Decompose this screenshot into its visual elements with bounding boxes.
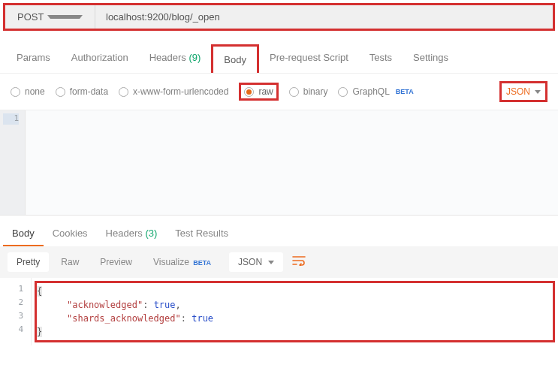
tab-headers[interactable]: Headers (9) [139, 44, 212, 73]
response-code[interactable]: { "acknowledged": true, "shards_acknowle… [32, 278, 558, 345]
json-value: true [192, 313, 213, 324]
line-number: 1 [3, 113, 19, 125]
response-format-select[interactable]: JSON [229, 252, 283, 272]
json-key: "shards_acknowledged" [67, 313, 181, 324]
json-colon: : [181, 313, 186, 324]
response-view-raw[interactable]: Raw [52, 252, 88, 272]
chevron-down-icon [268, 261, 274, 264]
radio-icon [338, 87, 348, 97]
body-type-radios: none form-data x-www-form-urlencoded raw… [0, 74, 558, 110]
body-type-graphql[interactable]: GraphQL BETA [338, 86, 413, 97]
response-tabs: Body Cookies Headers (3) Test Results [0, 216, 558, 246]
chevron-down-icon [535, 90, 541, 94]
request-tabs: Params Authorization Headers (9) Body Pr… [0, 34, 558, 74]
response-format-value: JSON [238, 257, 262, 267]
headers-count-badge: (9) [189, 52, 201, 63]
response-view-pretty[interactable]: Pretty [8, 252, 49, 272]
line-number: 1 [8, 282, 23, 296]
response-json-text: { "acknowledged": true, "shards_acknowle… [35, 281, 555, 342]
radio-label: x-www-form-urlencoded [133, 86, 228, 97]
radio-label: binary [303, 86, 328, 97]
response-body: 1 2 3 4 { "acknowledged": true, "shards_… [0, 278, 558, 345]
json-brace: } [37, 327, 42, 337]
response-view-visualize[interactable]: Visualize BETA [144, 252, 220, 272]
body-format-value: JSON [506, 86, 530, 97]
json-brace: { [37, 286, 42, 297]
tab-body[interactable]: Body [211, 44, 259, 73]
chevron-down-icon [47, 15, 83, 19]
json-comma: , [176, 300, 181, 310]
response-tab-body[interactable]: Body [3, 222, 44, 246]
tab-authorization[interactable]: Authorization [61, 44, 139, 73]
body-format-select[interactable]: JSON [499, 81, 547, 102]
radio-icon [244, 87, 254, 97]
tab-tests[interactable]: Tests [359, 44, 403, 73]
request-bar: POST [3, 3, 555, 31]
response-tab-testresults[interactable]: Test Results [166, 222, 237, 246]
tab-headers-label: Headers [149, 52, 186, 63]
url-input[interactable] [95, 5, 553, 29]
wrap-lines-icon[interactable] [286, 252, 312, 272]
json-key: "acknowledged" [67, 300, 143, 310]
radio-label: raw [258, 86, 273, 97]
beta-badge: BETA [193, 259, 211, 267]
json-value: true [154, 300, 176, 310]
line-number: 4 [8, 323, 23, 336]
response-headers-count-badge: (3) [145, 228, 157, 239]
radio-label: none [25, 86, 45, 97]
response-toolbar: Pretty Raw Preview Visualize BETA JSON [0, 246, 558, 278]
radio-icon [11, 87, 20, 97]
response-tab-cookies[interactable]: Cookies [44, 222, 97, 246]
radio-label: form-data [70, 86, 108, 97]
radio-icon [289, 87, 299, 97]
body-type-formdata[interactable]: form-data [56, 86, 108, 97]
response-view-preview[interactable]: Preview [91, 252, 141, 272]
line-number: 2 [8, 296, 23, 309]
editor-gutter: 1 [0, 110, 26, 215]
visualize-label: Visualize [153, 257, 189, 267]
response-tab-headers-label: Headers [106, 228, 143, 239]
http-method-value: POST [17, 11, 47, 23]
radio-icon [119, 87, 128, 97]
http-method-select[interactable]: POST [5, 5, 95, 29]
radio-label: GraphQL [352, 86, 389, 97]
body-type-none[interactable]: none [11, 86, 45, 97]
body-type-urlencoded[interactable]: x-www-form-urlencoded [119, 86, 228, 97]
request-body-editor[interactable]: 1 [0, 110, 558, 216]
tab-params[interactable]: Params [6, 44, 61, 73]
tab-prerequest[interactable]: Pre-request Script [259, 44, 359, 73]
line-number: 3 [8, 309, 23, 323]
beta-badge: BETA [396, 88, 414, 95]
radio-icon [56, 87, 65, 97]
response-gutter: 1 2 3 4 [0, 278, 32, 345]
response-tab-headers[interactable]: Headers (3) [97, 222, 167, 246]
tab-settings[interactable]: Settings [403, 44, 459, 73]
body-type-raw[interactable]: raw [239, 83, 278, 101]
body-type-binary[interactable]: binary [289, 86, 328, 97]
